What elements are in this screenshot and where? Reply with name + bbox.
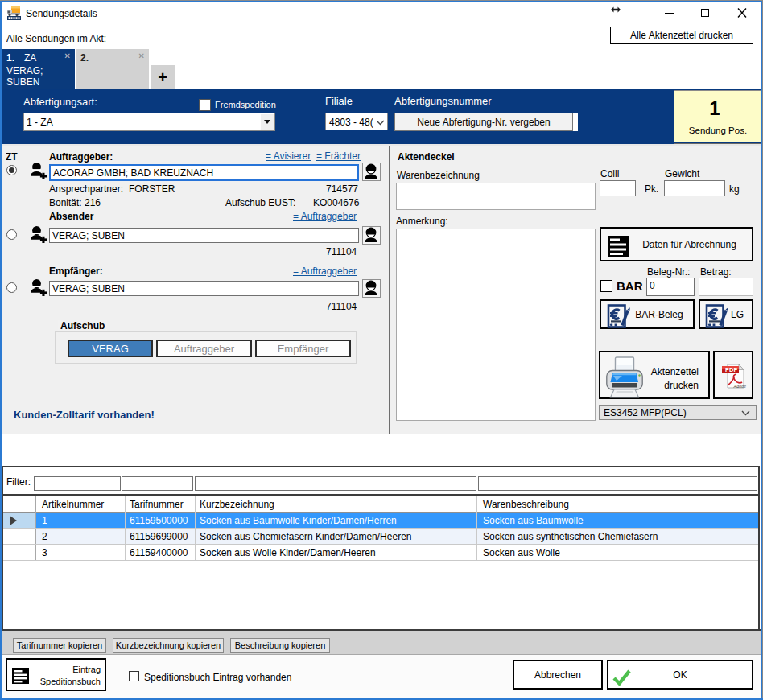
svg-text:Adobe: Adobe	[733, 384, 747, 389]
svg-text:PDF: PDF	[725, 366, 737, 373]
